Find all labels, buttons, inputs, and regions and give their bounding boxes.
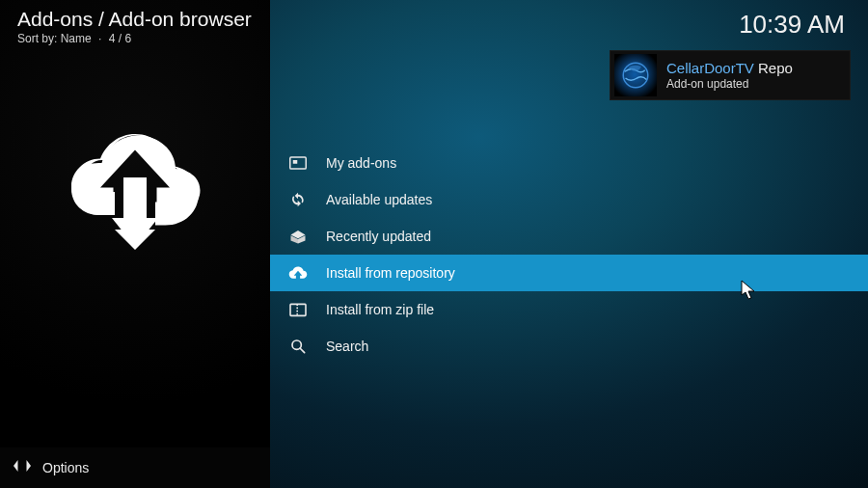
sort-info: Sort by: Name · 4 / 6 (17, 32, 253, 45)
main-panel: 10:39 AM CellarDoorTV Repo Add-on update… (270, 0, 868, 488)
sidebar: Add-ons / Add-on browser Sort by: Name ·… (0, 0, 270, 488)
menu-item-available-updates[interactable]: Available updates (270, 181, 868, 218)
menu-item-label: My add-ons (326, 155, 396, 171)
options-label: Options (42, 460, 89, 475)
options-icon (14, 458, 31, 477)
separator-dot: · (98, 32, 101, 45)
toast-title: CellarDoorTV Repo (666, 60, 793, 77)
toast-title-suffix: Repo (754, 60, 793, 76)
notification-toast: CellarDoorTV Repo Add-on updated (610, 50, 851, 100)
svg-rect-0 (123, 177, 147, 221)
sidebar-header: Add-ons / Add-on browser Sort by: Name ·… (0, 0, 270, 45)
menu-item-label: Install from repository (326, 265, 455, 281)
refresh-icon (287, 192, 309, 207)
search-icon (287, 339, 309, 354)
options-button[interactable]: Options (0, 447, 270, 488)
item-counter: 4 / 6 (109, 32, 131, 45)
menu-item-recently-updated[interactable]: Recently updated (270, 218, 868, 255)
menu-item-install-from-zip[interactable]: Install from zip file (270, 291, 868, 328)
page-title: Add-ons / Add-on browser (17, 8, 253, 31)
toast-text: CellarDoorTV Repo Add-on updated (666, 60, 793, 91)
menu-item-search[interactable]: Search (270, 328, 868, 365)
svg-rect-5 (290, 157, 307, 169)
menu-item-label: Search (326, 339, 368, 354)
toast-title-accent: CellarDoorTV (666, 60, 754, 76)
zip-file-icon (287, 302, 309, 317)
sort-label: Sort by: Name (17, 32, 92, 45)
svg-marker-3 (27, 460, 32, 472)
toast-message: Add-on updated (666, 77, 793, 91)
clock: 10:39 AM (739, 10, 845, 40)
menu-item-install-from-repository[interactable]: Install from repository (270, 255, 868, 291)
open-box-icon (287, 229, 309, 244)
cloud-download-icon (63, 108, 207, 253)
svg-rect-6 (293, 160, 298, 164)
svg-marker-2 (14, 460, 18, 472)
svg-line-9 (300, 348, 305, 353)
cloud-download-icon (287, 265, 309, 281)
category-artwork (0, 108, 270, 253)
menu-list: My add-ons Available updates Recently up… (270, 145, 868, 365)
menu-item-my-addons[interactable]: My add-ons (270, 145, 868, 181)
toast-globe-icon (614, 54, 657, 96)
menu-item-label: Recently updated (326, 229, 431, 244)
menu-item-label: Install from zip file (326, 302, 434, 317)
menu-item-label: Available updates (326, 192, 432, 207)
box-icon (287, 156, 309, 170)
